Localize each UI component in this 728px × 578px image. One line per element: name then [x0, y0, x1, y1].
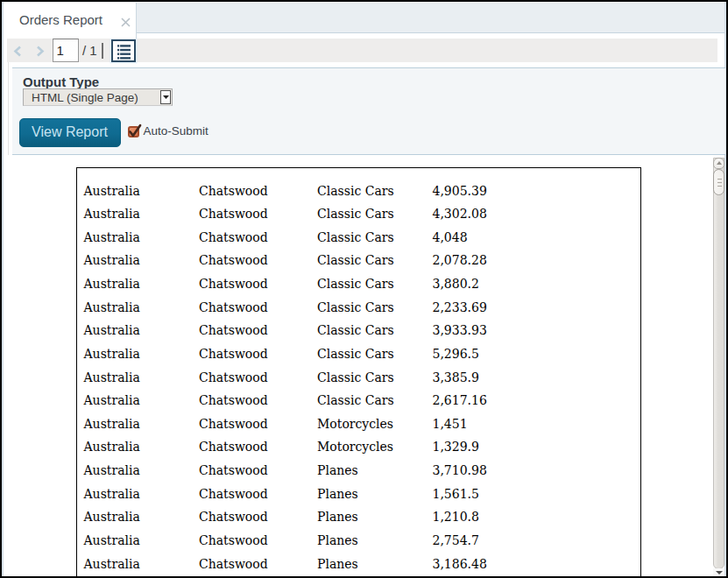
cell-product-line: Classic Cars	[317, 249, 394, 272]
scroll-down-arrow-icon	[716, 571, 723, 574]
scroll-up-button[interactable]	[713, 158, 724, 169]
cell-country: Australia	[84, 459, 140, 483]
cell-product-line: Classic Cars	[317, 342, 394, 366]
cell-country: Australia	[84, 366, 140, 390]
page-number-input[interactable]	[53, 39, 80, 63]
cell-city: Chatswood	[199, 319, 268, 342]
cell-city: Chatswood	[199, 202, 268, 226]
cell-product-line: Motorcycles	[317, 412, 393, 436]
page-count-label: / 1	[82, 39, 97, 62]
report-parameters-panel: Output Type HTML (Single Page) View Repo…	[12, 68, 725, 154]
cell-price: 2,233.69	[433, 296, 487, 320]
select-dropdown-arrow-icon[interactable]	[160, 90, 171, 104]
cell-price: 3,710.98	[433, 459, 487, 483]
cell-price: 2,078.28	[433, 249, 487, 272]
cell-product-line: Motorcycles	[317, 435, 393, 459]
cell-city: Chatswood	[199, 553, 268, 576]
report-table-row: Australia Chatswood Classic Cars 2,233.6…	[77, 296, 640, 320]
vertical-scrollbar[interactable]	[713, 156, 724, 577]
next-page-icon[interactable]	[34, 45, 46, 56]
cell-city: Chatswood	[199, 226, 268, 250]
parameters-toggle-button[interactable]	[111, 39, 136, 62]
report-viewer-window: Orders Report	[0, 0, 728, 578]
table-of-contents-icon	[117, 45, 131, 60]
cell-price: 2,617.16	[433, 389, 487, 412]
report-table-row: Australia Chatswood Classic Cars 2,078.2…	[77, 249, 640, 272]
cell-price: 3,186.48	[433, 553, 487, 576]
view-report-button[interactable]: View Report	[19, 118, 121, 148]
cell-product-line: Planes	[317, 529, 358, 553]
tab-title: Orders Report	[19, 12, 102, 27]
tab-close-icon[interactable]	[120, 17, 131, 27]
cell-city: Chatswood	[199, 272, 268, 296]
cell-country: Australia	[84, 296, 140, 320]
tab-orders-report[interactable]: Orders Report	[4, 3, 138, 39]
cell-country: Australia	[84, 319, 140, 342]
checkmark-icon	[128, 123, 144, 140]
cell-product-line: Classic Cars	[317, 296, 394, 320]
cell-city: Chatswood	[199, 505, 268, 529]
report-table-row: Australia Chatswood Classic Cars 3,933.9…	[77, 319, 640, 342]
report-table-row: Australia Chatswood Planes 2,754.7	[77, 529, 640, 553]
report-table-row: Australia Chatswood Classic Cars 2,617.1…	[77, 389, 640, 412]
report-table-row: Australia Chatswood Classic Cars 3,385.9	[77, 366, 640, 390]
cell-product-line: Classic Cars	[317, 272, 394, 296]
cell-product-line: Planes	[317, 459, 358, 483]
cell-country: Australia	[84, 483, 140, 506]
cell-price: 3,385.9	[433, 366, 479, 390]
cell-price: 1,329.9	[433, 435, 479, 459]
scroll-down-button[interactable]	[713, 568, 724, 576]
report-viewer-panel: / 1 Output Type	[4, 39, 724, 576]
scrollbar-track[interactable]	[713, 158, 724, 570]
report-table-row: Australia Chatswood Motorcycles 1,451	[77, 412, 640, 436]
cell-country: Australia	[84, 249, 140, 272]
cell-product-line: Classic Cars	[317, 366, 394, 390]
cell-country: Australia	[84, 435, 140, 459]
report-table: Australia Chatswood Classic Cars 4,905.3…	[77, 180, 640, 576]
cell-price: 1,451	[433, 412, 468, 436]
cell-price: 4,905.39	[433, 180, 487, 203]
cell-price: 3,933.93	[433, 319, 487, 342]
cell-country: Australia	[84, 529, 140, 553]
auto-submit-checkbox[interactable]	[128, 126, 140, 138]
cell-product-line: Classic Cars	[317, 389, 394, 412]
cell-city: Chatswood	[199, 180, 268, 203]
cell-price: 1,210.8	[433, 505, 479, 529]
cell-city: Chatswood	[199, 296, 268, 320]
cell-city: Chatswood	[199, 435, 268, 459]
report-table-row: Australia Chatswood Planes 1,561.5	[77, 483, 640, 506]
cell-country: Australia	[84, 412, 140, 436]
output-type-label: Output Type	[23, 74, 99, 89]
cell-country: Australia	[84, 553, 140, 576]
toolbar-separator	[102, 43, 103, 59]
cell-price: 4,302.08	[433, 202, 487, 226]
scrollbar-grip-icon	[717, 179, 722, 189]
pagination-toolbar: / 1	[7, 39, 718, 62]
cell-city: Chatswood	[199, 412, 268, 436]
report-content-area: Australia Chatswood Classic Cars 4,905.3…	[4, 155, 724, 577]
scroll-up-arrow-icon	[717, 161, 722, 165]
cell-product-line: Planes	[317, 483, 358, 506]
cell-city: Chatswood	[199, 459, 268, 483]
cell-product-line: Classic Cars	[317, 226, 394, 250]
report-page: Australia Chatswood Classic Cars 4,905.3…	[76, 167, 641, 577]
report-table-row: Australia Chatswood Classic Cars 4,302.0…	[77, 202, 640, 226]
cell-price: 1,561.5	[433, 483, 479, 506]
report-table-row: Australia Chatswood Classic Cars 5,296.5	[77, 342, 640, 366]
cell-product-line: Classic Cars	[317, 180, 394, 203]
cell-price: 5,296.5	[433, 342, 479, 366]
cell-city: Chatswood	[199, 342, 268, 366]
cell-country: Australia	[84, 180, 140, 203]
cell-price: 2,754.7	[433, 529, 479, 553]
report-table-row: Australia Chatswood Classic Cars 3,880.2	[77, 272, 640, 296]
cell-product-line: Classic Cars	[317, 319, 394, 342]
scrollbar-thumb[interactable]	[713, 169, 724, 195]
report-table-row: Australia Chatswood Classic Cars 4,048	[77, 226, 640, 250]
cell-price: 4,048	[433, 226, 468, 250]
output-type-select[interactable]: HTML (Single Page)	[23, 88, 173, 106]
report-table-row: Australia Chatswood Planes 3,710.98	[77, 459, 640, 483]
cell-city: Chatswood	[199, 483, 268, 506]
cell-product-line: Classic Cars	[317, 202, 394, 226]
previous-page-icon[interactable]	[12, 45, 24, 56]
cell-city: Chatswood	[199, 389, 268, 412]
